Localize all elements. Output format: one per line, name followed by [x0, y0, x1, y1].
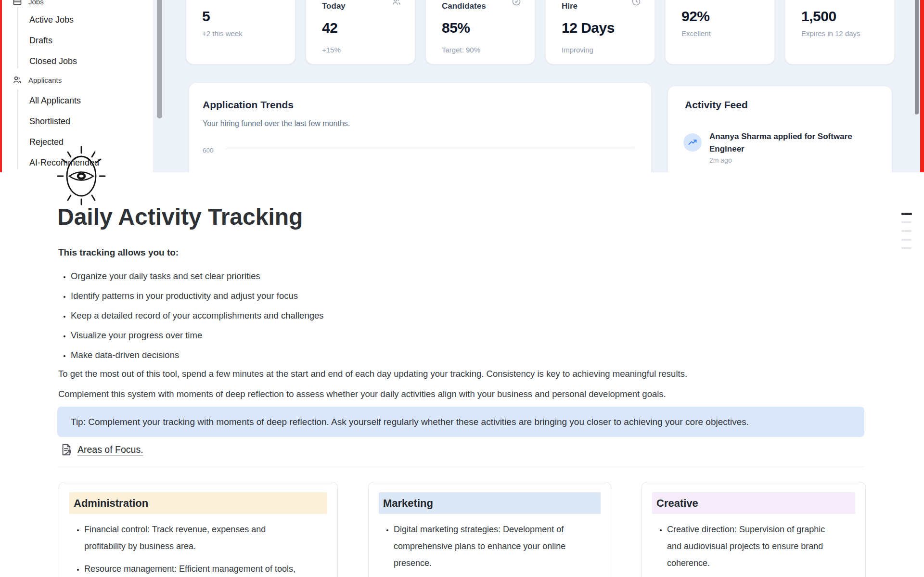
stat-value: 12 Days: [562, 20, 615, 36]
sidebar-item-label: Closed Jobs: [29, 56, 77, 66]
sidebar-item-label: Shortlisted: [29, 116, 70, 127]
screen-border-right: [920, 0, 924, 172]
paragraph: To get the most out of this tool, spend …: [58, 367, 687, 381]
stat-value: 1,500: [801, 8, 836, 25]
document-overlay: Daily Activity Tracking This tracking al…: [0, 172, 924, 577]
stat-label: Hire: [562, 1, 578, 11]
eye-doodle-icon: [45, 139, 116, 210]
stat-subtext: +2 this week: [202, 29, 243, 38]
paragraph: Complement this system with moments of d…: [58, 387, 666, 401]
stat-card-candidates: Candidates 85% Target: 90%: [425, 0, 535, 64]
panel-subtitle: Your hiring funnel over the last few mon…: [203, 119, 350, 128]
stat-subtext: Excellent: [681, 29, 711, 38]
activity-feed-card: Activity Feed Ananya Sharma applied for …: [667, 86, 892, 172]
stat-card-rate: 92% Excellent: [665, 0, 775, 64]
stat-card-applications-today: Today 42 +15%: [306, 0, 415, 64]
outline-rail-item[interactable]: [901, 230, 911, 232]
chart-gridline: [226, 149, 635, 149]
screen: Jobs Active Jobs Drafts Closed Jobs Appl…: [0, 0, 924, 577]
briefcase-icon: [13, 0, 22, 6]
stat-subtext: Target: 90%: [442, 46, 480, 54]
focus-card-marketing: Marketing Digital marketing strategies: …: [368, 482, 611, 577]
dashboard-region: Jobs Active Jobs Drafts Closed Jobs Appl…: [0, 0, 924, 172]
sidebar-section-jobs[interactable]: Jobs: [13, 0, 44, 6]
activity-text[interactable]: Ananya Sharma applied for Software Engin…: [709, 130, 879, 156]
sidebar-item-drafts[interactable]: Drafts: [29, 36, 52, 46]
stat-value: 85%: [442, 20, 470, 36]
stat-value: 42: [322, 20, 337, 36]
sidebar-item-label: Drafts: [29, 36, 52, 46]
list-item: Make data-driven decisions: [71, 347, 324, 363]
focus-card-list: Creative direction: Supervision of graph…: [652, 521, 855, 577]
intro-bullet-list: Organize your daily tasks and set clear …: [58, 269, 324, 367]
list-item: Resource management: Efficient managemen…: [84, 561, 298, 577]
list-item: Keep a detailed record of your accomplis…: [71, 308, 324, 323]
trending-up-icon: [688, 138, 697, 147]
tip-text: Tip: Complement your tracking with momen…: [71, 417, 749, 427]
stat-subtext: +15%: [322, 46, 341, 54]
sidebar-item-shortlisted[interactable]: Shortlisted: [29, 116, 70, 127]
stat-card-open-jobs: 5 +2 this week: [186, 0, 295, 64]
tip-callout: Tip: Complement your tracking with momen…: [57, 407, 864, 437]
focus-card-list: Financial control: Track revenue, expens…: [69, 521, 327, 577]
stat-label: Today: [322, 1, 346, 11]
clock-icon: [631, 0, 641, 6]
stat-value: 5: [202, 8, 210, 25]
page-title: Daily Activity Tracking: [57, 203, 303, 231]
tree-line: [17, 7, 18, 68]
sidebar-section-applicants[interactable]: Applicants: [13, 75, 62, 85]
users-icon: [13, 75, 22, 85]
document-arrow-icon: [60, 443, 73, 456]
stat-subtext: Expires in 12 days: [801, 29, 860, 38]
link-label[interactable]: Areas of Focus.: [77, 444, 143, 455]
y-axis-tick: 600: [203, 147, 214, 154]
sidebar-item-active-jobs[interactable]: Active Jobs: [29, 15, 74, 25]
intro-heading: This tracking allows you to:: [58, 247, 179, 258]
application-trends-card: Application Trends Your hiring funnel ov…: [189, 82, 652, 172]
sidebar-section-label: Applicants: [28, 76, 62, 84]
sidebar-scrollbar[interactable]: [157, 0, 162, 118]
users-icon: [392, 0, 401, 6]
tree-line: [17, 90, 18, 169]
stat-card-time-to-hire: Hire 12 Days Improving: [545, 0, 655, 64]
stat-card-expiring: 1,500 Expires in 12 days: [785, 0, 895, 64]
page-scrollbar[interactable]: [915, 0, 919, 115]
check-circle-icon: [512, 0, 521, 6]
sidebar-item-closed-jobs[interactable]: Closed Jobs: [29, 56, 77, 66]
sidebar-item-all-applicants[interactable]: All Applicants: [29, 96, 81, 106]
focus-card-title: Creative: [652, 492, 855, 514]
focus-card-list: Digital marketing strategies: Developmen…: [379, 521, 601, 577]
divider: [57, 466, 864, 466]
outline-rail-item[interactable]: [901, 239, 911, 241]
stat-subtext: Improving: [562, 46, 593, 54]
outline-rail-item[interactable]: [901, 247, 911, 249]
activity-time: 2m ago: [709, 156, 732, 164]
list-item: Identify patterns in your productivity a…: [71, 288, 324, 304]
sidebar-item-label: All Applicants: [29, 96, 81, 106]
areas-of-focus-link[interactable]: Areas of Focus.: [60, 443, 143, 456]
focus-card-administration: Administration Financial control: Track …: [59, 482, 338, 577]
focus-card-creative: Creative Creative direction: Supervision…: [642, 482, 866, 577]
sidebar-item-label: Active Jobs: [29, 15, 74, 25]
stat-value: 92%: [681, 8, 710, 25]
focus-card-title: Marketing: [379, 492, 601, 514]
list-item: Digital marketing strategies: Developmen…: [394, 521, 586, 572]
panel-title: Activity Feed: [685, 99, 748, 111]
list-item: Visualize your progress over time: [71, 328, 324, 343]
list-item: Financial control: Track revenue, expens…: [84, 521, 298, 555]
outline-rail-item[interactable]: [901, 221, 911, 223]
sidebar-section-label: Jobs: [28, 0, 44, 6]
activity-avatar: [683, 133, 702, 152]
focus-card-title: Administration: [69, 492, 327, 514]
outline-rail-current[interactable]: [901, 213, 912, 215]
list-item: Organize your daily tasks and set clear …: [71, 269, 324, 284]
panel-title: Application Trends: [203, 99, 294, 111]
list-item: Creative direction: Supervision of graph…: [667, 521, 826, 572]
stat-label: Candidates: [442, 1, 486, 11]
